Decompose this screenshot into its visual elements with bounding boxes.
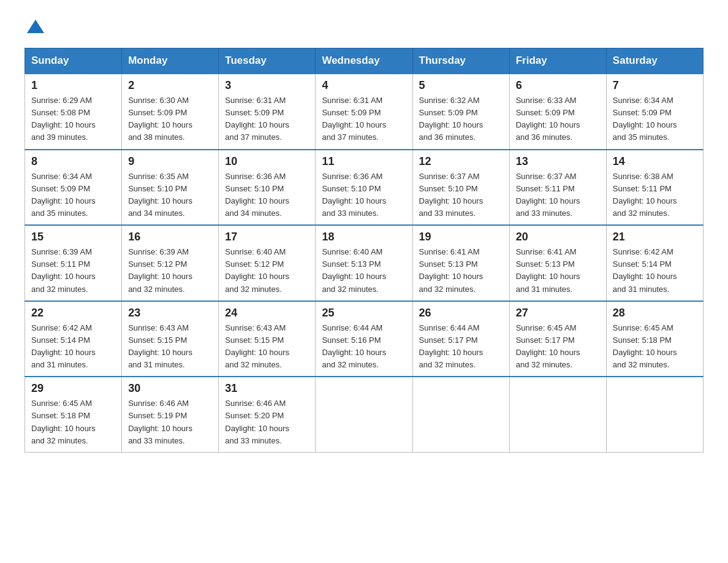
day-info: Sunrise: 6:37 AMSunset: 5:11 PMDaylight:… xyxy=(516,170,600,220)
calendar-cell: 11Sunrise: 6:36 AMSunset: 5:10 PMDayligh… xyxy=(316,150,412,226)
day-number: 15 xyxy=(31,231,115,243)
calendar-cell: 25Sunrise: 6:44 AMSunset: 5:16 PMDayligh… xyxy=(316,301,412,377)
calendar-cell xyxy=(412,377,509,452)
calendar-cell: 8Sunrise: 6:34 AMSunset: 5:09 PMDaylight… xyxy=(25,150,122,226)
calendar-week-row: 29Sunrise: 6:45 AMSunset: 5:18 PMDayligh… xyxy=(25,377,703,452)
day-number: 9 xyxy=(128,155,212,168)
day-number: 4 xyxy=(322,79,406,92)
calendar-cell: 14Sunrise: 6:38 AMSunset: 5:11 PMDayligh… xyxy=(606,150,703,226)
day-info: Sunrise: 6:45 AMSunset: 5:17 PMDaylight:… xyxy=(516,322,600,372)
day-number: 11 xyxy=(322,155,406,168)
day-info: Sunrise: 6:46 AMSunset: 5:19 PMDaylight:… xyxy=(128,397,212,447)
day-number: 23 xyxy=(128,307,212,320)
day-number: 16 xyxy=(128,231,212,243)
day-number: 18 xyxy=(322,231,406,243)
calendar-cell: 30Sunrise: 6:46 AMSunset: 5:19 PMDayligh… xyxy=(122,377,219,452)
day-info: Sunrise: 6:36 AMSunset: 5:10 PMDaylight:… xyxy=(225,170,309,220)
day-number: 27 xyxy=(516,307,600,320)
day-number: 7 xyxy=(613,79,697,92)
day-info: Sunrise: 6:29 AMSunset: 5:08 PMDaylight:… xyxy=(31,94,115,144)
calendar-cell: 28Sunrise: 6:45 AMSunset: 5:18 PMDayligh… xyxy=(606,301,703,377)
calendar-cell: 12Sunrise: 6:37 AMSunset: 5:10 PMDayligh… xyxy=(412,150,509,226)
day-number: 13 xyxy=(516,155,600,168)
calendar-cell: 21Sunrise: 6:42 AMSunset: 5:14 PMDayligh… xyxy=(606,225,703,301)
svg-marker-0 xyxy=(27,20,44,33)
day-number: 25 xyxy=(322,307,406,320)
day-info: Sunrise: 6:30 AMSunset: 5:09 PMDaylight:… xyxy=(128,94,212,144)
day-number: 3 xyxy=(225,79,309,92)
day-number: 12 xyxy=(419,155,503,168)
calendar-cell: 22Sunrise: 6:42 AMSunset: 5:14 PMDayligh… xyxy=(25,301,122,377)
calendar-cell: 24Sunrise: 6:43 AMSunset: 5:15 PMDayligh… xyxy=(219,301,316,377)
calendar-week-row: 1Sunrise: 6:29 AMSunset: 5:08 PMDaylight… xyxy=(25,74,703,150)
calendar-day-header: Friday xyxy=(509,48,606,74)
calendar-day-header: Monday xyxy=(122,48,219,74)
calendar-day-header: Sunday xyxy=(25,48,122,74)
calendar-cell: 3Sunrise: 6:31 AMSunset: 5:09 PMDaylight… xyxy=(219,74,316,150)
day-info: Sunrise: 6:34 AMSunset: 5:09 PMDaylight:… xyxy=(613,94,697,144)
calendar-week-row: 8Sunrise: 6:34 AMSunset: 5:09 PMDaylight… xyxy=(25,150,703,226)
day-info: Sunrise: 6:37 AMSunset: 5:10 PMDaylight:… xyxy=(419,170,503,220)
day-info: Sunrise: 6:44 AMSunset: 5:16 PMDaylight:… xyxy=(322,322,406,372)
day-number: 1 xyxy=(31,79,115,92)
day-number: 17 xyxy=(225,231,309,243)
day-number: 10 xyxy=(225,155,309,168)
calendar-table: SundayMondayTuesdayWednesdayThursdayFrid… xyxy=(25,48,703,453)
calendar-cell: 17Sunrise: 6:40 AMSunset: 5:12 PMDayligh… xyxy=(219,225,316,301)
day-info: Sunrise: 6:43 AMSunset: 5:15 PMDaylight:… xyxy=(225,322,309,372)
calendar-cell: 13Sunrise: 6:37 AMSunset: 5:11 PMDayligh… xyxy=(509,150,606,226)
day-info: Sunrise: 6:41 AMSunset: 5:13 PMDaylight:… xyxy=(516,246,600,296)
day-number: 20 xyxy=(516,231,600,243)
day-number: 31 xyxy=(225,382,309,395)
calendar-cell: 2Sunrise: 6:30 AMSunset: 5:09 PMDaylight… xyxy=(122,74,219,150)
day-number: 26 xyxy=(419,307,503,320)
calendar-cell: 31Sunrise: 6:46 AMSunset: 5:20 PMDayligh… xyxy=(219,377,316,452)
calendar-cell: 18Sunrise: 6:40 AMSunset: 5:13 PMDayligh… xyxy=(316,225,412,301)
page-header xyxy=(25,18,703,36)
day-info: Sunrise: 6:34 AMSunset: 5:09 PMDaylight:… xyxy=(31,170,115,220)
day-info: Sunrise: 6:42 AMSunset: 5:14 PMDaylight:… xyxy=(613,246,697,296)
calendar-cell: 20Sunrise: 6:41 AMSunset: 5:13 PMDayligh… xyxy=(509,225,606,301)
day-number: 6 xyxy=(516,79,600,92)
calendar-cell: 10Sunrise: 6:36 AMSunset: 5:10 PMDayligh… xyxy=(219,150,316,226)
day-number: 28 xyxy=(613,307,697,320)
calendar-cell: 1Sunrise: 6:29 AMSunset: 5:08 PMDaylight… xyxy=(25,74,122,150)
day-info: Sunrise: 6:35 AMSunset: 5:10 PMDaylight:… xyxy=(128,170,212,220)
calendar-header-row: SundayMondayTuesdayWednesdayThursdayFrid… xyxy=(25,48,703,74)
calendar-cell xyxy=(316,377,412,452)
day-info: Sunrise: 6:32 AMSunset: 5:09 PMDaylight:… xyxy=(419,94,503,144)
calendar-cell: 16Sunrise: 6:39 AMSunset: 5:12 PMDayligh… xyxy=(122,225,219,301)
day-number: 29 xyxy=(31,382,115,395)
calendar-cell: 7Sunrise: 6:34 AMSunset: 5:09 PMDaylight… xyxy=(606,74,703,150)
logo-triangle-icon xyxy=(27,20,44,33)
day-info: Sunrise: 6:36 AMSunset: 5:10 PMDaylight:… xyxy=(322,170,406,220)
calendar-cell: 23Sunrise: 6:43 AMSunset: 5:15 PMDayligh… xyxy=(122,301,219,377)
day-number: 22 xyxy=(31,307,115,320)
day-info: Sunrise: 6:33 AMSunset: 5:09 PMDaylight:… xyxy=(516,94,600,144)
day-info: Sunrise: 6:46 AMSunset: 5:20 PMDaylight:… xyxy=(225,397,309,447)
day-info: Sunrise: 6:43 AMSunset: 5:15 PMDaylight:… xyxy=(128,322,212,372)
day-info: Sunrise: 6:40 AMSunset: 5:13 PMDaylight:… xyxy=(322,246,406,296)
calendar-cell xyxy=(509,377,606,452)
calendar-cell: 6Sunrise: 6:33 AMSunset: 5:09 PMDaylight… xyxy=(509,74,606,150)
calendar-cell: 9Sunrise: 6:35 AMSunset: 5:10 PMDaylight… xyxy=(122,150,219,226)
day-info: Sunrise: 6:45 AMSunset: 5:18 PMDaylight:… xyxy=(31,397,115,447)
logo xyxy=(25,18,44,36)
day-info: Sunrise: 6:38 AMSunset: 5:11 PMDaylight:… xyxy=(613,170,697,220)
calendar-cell xyxy=(606,377,703,452)
day-info: Sunrise: 6:40 AMSunset: 5:12 PMDaylight:… xyxy=(225,246,309,296)
day-info: Sunrise: 6:44 AMSunset: 5:17 PMDaylight:… xyxy=(419,322,503,372)
day-info: Sunrise: 6:31 AMSunset: 5:09 PMDaylight:… xyxy=(225,94,309,144)
day-info: Sunrise: 6:39 AMSunset: 5:11 PMDaylight:… xyxy=(31,246,115,296)
calendar-cell: 15Sunrise: 6:39 AMSunset: 5:11 PMDayligh… xyxy=(25,225,122,301)
day-info: Sunrise: 6:42 AMSunset: 5:14 PMDaylight:… xyxy=(31,322,115,372)
day-info: Sunrise: 6:41 AMSunset: 5:13 PMDaylight:… xyxy=(419,246,503,296)
day-number: 8 xyxy=(31,155,115,168)
day-info: Sunrise: 6:39 AMSunset: 5:12 PMDaylight:… xyxy=(128,246,212,296)
day-number: 14 xyxy=(613,155,697,168)
calendar-day-header: Thursday xyxy=(412,48,509,74)
day-number: 21 xyxy=(613,231,697,243)
day-info: Sunrise: 6:31 AMSunset: 5:09 PMDaylight:… xyxy=(322,94,406,144)
day-number: 5 xyxy=(419,79,503,92)
day-number: 24 xyxy=(225,307,309,320)
